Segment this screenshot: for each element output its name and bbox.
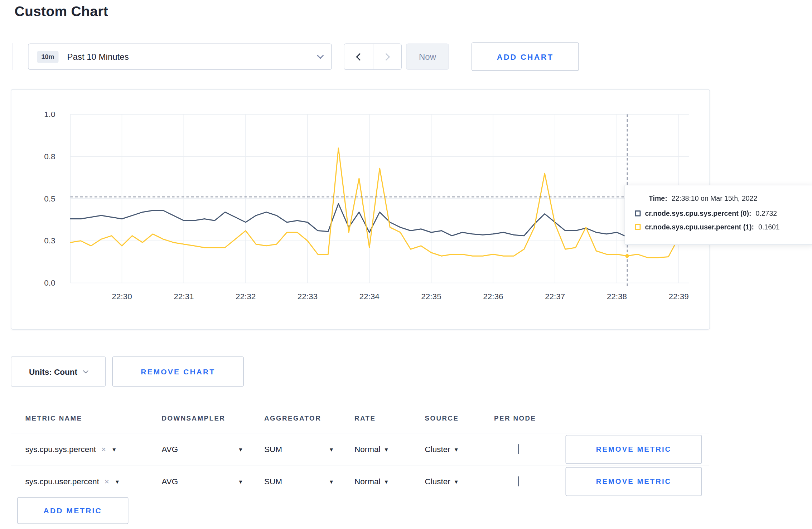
svg-text:0.5: 0.5: [44, 194, 55, 203]
metrics-table: METRIC NAME DOWNSAMPLER AGGREGATOR RATE …: [11, 404, 709, 497]
tooltip-series-value: 0.1601: [758, 223, 780, 231]
remove-metric-button[interactable]: REMOVE METRIC: [566, 435, 702, 464]
aggregator-value: SUM: [264, 445, 282, 454]
tooltip-series-name: cr.node.sys.cpu.sys.percent (0):: [645, 209, 751, 218]
svg-text:0.0: 0.0: [44, 278, 55, 287]
metric-name-value: sys.cpu.user.percent: [25, 477, 99, 486]
remove-metric-button[interactable]: REMOVE METRIC: [566, 467, 702, 496]
tooltip-time-value: 22:38:10 on Mar 15th, 2022: [672, 194, 758, 203]
page-title: Custom Chart: [15, 3, 108, 20]
column-header-rate: RATE: [354, 414, 425, 422]
metric-name-select[interactable]: sys.cpu.user.percent × ▾: [25, 477, 162, 486]
chevron-down-icon: [83, 368, 88, 373]
column-header-aggregator: AGGREGATOR: [264, 414, 354, 422]
caret-down-icon: ▾: [116, 477, 119, 485]
time-range-select[interactable]: 10m Past 10 Minutes: [28, 44, 332, 70]
downsampler-value: AVG: [162, 445, 178, 454]
svg-text:0.8: 0.8: [44, 152, 55, 161]
metric-name-select[interactable]: sys.cpu.sys.percent × ▾: [25, 445, 162, 454]
downsampler-select[interactable]: AVG ▾: [162, 445, 242, 454]
time-prev-button[interactable]: [344, 44, 373, 69]
source-value: Cluster: [425, 477, 450, 486]
units-label: Units: Count: [29, 367, 77, 376]
svg-text:22:38: 22:38: [607, 292, 627, 301]
table-row: sys.cpu.sys.percent × ▾ AVG ▾ SUM ▾ Norm…: [11, 433, 709, 465]
column-header-downsampler: DOWNSAMPLER: [162, 414, 265, 422]
caret-down-icon: ▾: [239, 445, 242, 453]
metrics-table-header: METRIC NAME DOWNSAMPLER AGGREGATOR RATE …: [11, 404, 709, 433]
add-chart-button[interactable]: ADD CHART: [472, 43, 579, 71]
aggregator-select[interactable]: SUM ▾: [264, 445, 333, 454]
chart-tooltip: Time: 22:38:10 on Mar 15th, 2022 cr.node…: [625, 185, 812, 245]
toolbar-divider: [12, 43, 13, 70]
now-button[interactable]: Now: [406, 44, 449, 70]
downsampler-select[interactable]: AVG ▾: [162, 477, 242, 486]
source-select[interactable]: Cluster ▾: [425, 445, 494, 454]
caret-down-icon: ▾: [330, 477, 333, 485]
source-value: Cluster: [425, 445, 450, 454]
per-node-checkbox[interactable]: [518, 476, 519, 486]
metrics-line-chart[interactable]: 0.00.30.50.81.022:3022:3122:3222:3322:34…: [11, 90, 711, 330]
caret-down-icon: ▾: [455, 477, 458, 485]
downsampler-value: AVG: [162, 477, 178, 486]
series-swatch-user: [635, 224, 641, 230]
chevron-down-icon: [317, 52, 324, 59]
svg-text:22:30: 22:30: [112, 292, 132, 301]
tooltip-series-name: cr.node.sys.cpu.user.percent (1):: [645, 223, 754, 231]
svg-text:22:33: 22:33: [298, 292, 318, 301]
time-next-button[interactable]: [373, 44, 401, 69]
series-swatch-sys: [635, 210, 641, 217]
add-metric-button[interactable]: ADD METRIC: [17, 497, 129, 524]
clear-metric-icon[interactable]: ×: [101, 445, 106, 454]
caret-down-icon: ▾: [330, 445, 333, 453]
time-range-badge: 10m: [37, 51, 59, 63]
svg-text:22:31: 22:31: [174, 292, 194, 301]
aggregator-select[interactable]: SUM ▾: [264, 477, 333, 486]
remove-chart-button[interactable]: REMOVE CHART: [112, 356, 244, 387]
rate-select[interactable]: Normal ▾: [354, 445, 425, 454]
units-select[interactable]: Units: Count: [11, 356, 106, 387]
svg-text:22:39: 22:39: [669, 292, 689, 301]
svg-text:22:36: 22:36: [483, 292, 503, 301]
chevron-left-icon: [356, 53, 363, 60]
tooltip-time-label: Time:: [649, 194, 667, 203]
metric-name-value: sys.cpu.sys.percent: [25, 445, 96, 454]
svg-text:22:35: 22:35: [421, 292, 441, 301]
column-header-metric-name: METRIC NAME: [25, 414, 162, 422]
rate-value: Normal: [354, 445, 381, 454]
table-row: sys.cpu.user.percent × ▾ AVG ▾ SUM ▾ Nor…: [11, 465, 709, 497]
caret-down-icon: ▾: [385, 477, 388, 485]
caret-down-icon: ▾: [385, 445, 388, 453]
column-header-per-node: PER NODE: [494, 414, 566, 422]
rate-select[interactable]: Normal ▾: [354, 477, 425, 486]
tooltip-series-value: 0.2732: [755, 209, 777, 218]
custom-chart-page: Custom Chart 10m Past 10 Minutes Now ADD…: [0, 0, 812, 529]
chevron-right-icon: [382, 53, 390, 60]
rate-value: Normal: [354, 477, 381, 486]
per-node-checkbox[interactable]: [518, 444, 519, 454]
source-select[interactable]: Cluster ▾: [425, 477, 494, 486]
caret-down-icon: ▾: [455, 445, 458, 453]
time-nav-group: [344, 44, 402, 70]
svg-text:0.3: 0.3: [44, 236, 55, 245]
svg-text:22:34: 22:34: [359, 292, 380, 301]
caret-down-icon: ▾: [239, 477, 242, 485]
time-range-label: Past 10 Minutes: [67, 52, 318, 62]
clear-metric-icon[interactable]: ×: [105, 477, 109, 486]
svg-text:1.0: 1.0: [44, 110, 55, 119]
aggregator-value: SUM: [264, 477, 282, 486]
chart-panel: 0.00.30.50.81.022:3022:3122:3222:3322:34…: [11, 89, 710, 330]
column-header-source: SOURCE: [425, 414, 494, 422]
svg-text:22:32: 22:32: [236, 292, 256, 301]
caret-down-icon: ▾: [112, 445, 116, 453]
svg-text:22:37: 22:37: [545, 292, 565, 301]
